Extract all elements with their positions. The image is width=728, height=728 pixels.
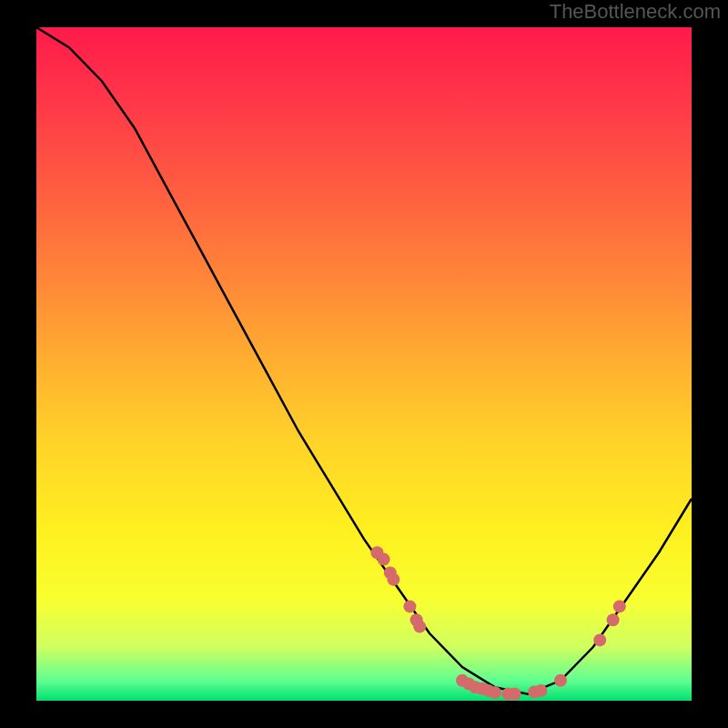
- data-point: [509, 688, 521, 701]
- data-point: [554, 674, 567, 687]
- data-points: [370, 546, 625, 700]
- chart-container: TheBottleneck.com: [0, 0, 728, 728]
- data-point: [403, 600, 416, 612]
- chart-svg: [36, 27, 692, 701]
- data-point: [378, 553, 390, 566]
- data-point: [613, 600, 626, 612]
- data-point: [607, 613, 620, 626]
- data-point: [413, 621, 426, 633]
- data-point: [387, 573, 399, 586]
- bottleneck-curve: [36, 27, 692, 694]
- plot-area: [36, 27, 692, 701]
- data-point: [593, 633, 606, 646]
- watermark-text: TheBottleneck.com: [550, 0, 721, 24]
- data-point: [534, 684, 547, 697]
- data-point: [489, 686, 501, 699]
